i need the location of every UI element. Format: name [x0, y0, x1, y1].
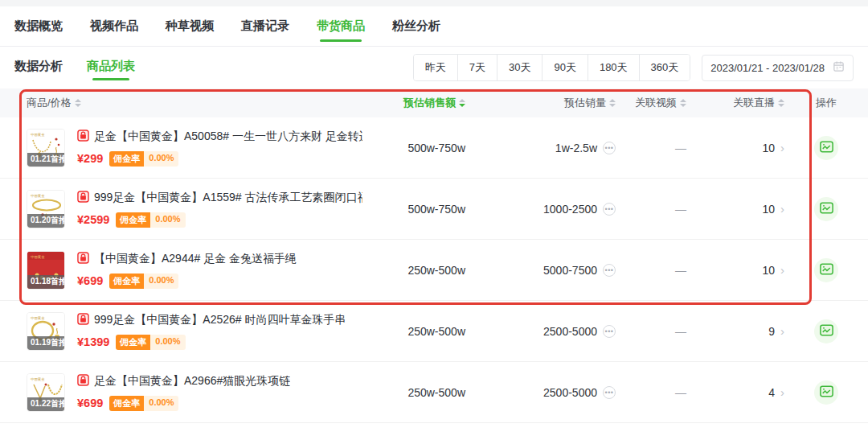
- range-button-90天[interactable]: 90天: [542, 55, 588, 80]
- svg-text:中国黄金: 中国黄金: [31, 255, 45, 259]
- svg-text:中国黄金: 中国黄金: [31, 194, 45, 198]
- svg-text:中国黄金: 中国黄金: [31, 377, 45, 381]
- table-row: 中国黄金 01.19首推 999足金【中国黄金】A2526# 时尚四叶草金珠手串: [0, 301, 868, 362]
- product-thumbnail[interactable]: 中国黄金 01.20首推: [27, 190, 65, 228]
- sort-icon: [75, 99, 81, 107]
- more-icon[interactable]: •••: [603, 264, 616, 277]
- live-record-icon: [819, 384, 834, 401]
- chevron-right-icon: ›: [780, 325, 784, 337]
- shop-tag-icon: [77, 191, 89, 205]
- date-range-value: 2023/01/21 - 2023/01/28: [710, 62, 825, 74]
- first-push-badge: 01.18首推: [27, 275, 65, 289]
- commission-value: 0.00%: [144, 151, 178, 167]
- more-icon[interactable]: •••: [603, 386, 616, 399]
- live-record-icon: [819, 139, 834, 157]
- range-button-30天[interactable]: 30天: [497, 55, 542, 80]
- product-price: ¥699: [77, 274, 103, 287]
- range-button-昨天[interactable]: 昨天: [414, 55, 458, 80]
- tab-带货商品[interactable]: 带货商品: [317, 6, 365, 46]
- subtab-商品列表[interactable]: 商品列表: [87, 54, 135, 82]
- range-button-180天[interactable]: 180天: [588, 55, 640, 80]
- view-live-record-button[interactable]: [814, 136, 838, 160]
- commission-badge: 佣金率 0.00%: [109, 151, 178, 167]
- table-row: 中国黄金 01.20首推 999足金【中国黄金】A1559# 古法传承工艺素圈闭…: [0, 179, 868, 240]
- commission-badge: 佣金率 0.00%: [109, 396, 178, 411]
- range-button-7天[interactable]: 7天: [458, 55, 497, 80]
- product-title[interactable]: 999足金【中国黄金】A1559# 古法传承工艺素圈闭口福牌手镯: [77, 191, 362, 205]
- page-top-strip: [0, 0, 868, 6]
- linked-videos-value: —: [675, 325, 686, 338]
- column-header-linked-videos[interactable]: 关联视频: [635, 96, 686, 110]
- chevron-right-icon: ›: [780, 264, 784, 276]
- commission-label: 佣金率: [109, 151, 144, 167]
- chevron-right-icon: ›: [780, 386, 784, 398]
- column-header-linked-lives[interactable]: 关联直播: [733, 96, 784, 110]
- commission-label: 佣金率: [116, 212, 150, 228]
- commission-value: 0.00%: [150, 335, 185, 350]
- calendar-icon: [833, 60, 845, 75]
- range-button-360天[interactable]: 360天: [640, 55, 690, 80]
- sort-icon: [778, 99, 784, 107]
- tab-种草视频[interactable]: 种草视频: [166, 6, 214, 46]
- live-record-icon: [819, 200, 834, 218]
- commission-badge: 佣金率 0.00%: [109, 274, 178, 289]
- tab-直播记录[interactable]: 直播记录: [241, 6, 289, 46]
- tab-粉丝分析[interactable]: 粉丝分析: [392, 6, 440, 46]
- subtab-数据分析[interactable]: 数据分析: [14, 54, 63, 82]
- commission-value: 0.00%: [144, 274, 178, 289]
- date-range-picker[interactable]: 2023/01/21 - 2023/01/28: [702, 55, 854, 81]
- linked-videos-value: —: [675, 264, 686, 277]
- svg-text:中国黄金: 中国黄金: [31, 133, 45, 137]
- est-volume-value: 2500-5000: [543, 325, 597, 338]
- view-live-record-button[interactable]: [814, 380, 838, 405]
- linked-lives-link[interactable]: 4 ›: [768, 386, 784, 399]
- product-thumbnail[interactable]: 中国黄金 01.22首推: [27, 373, 65, 412]
- product-thumbnail[interactable]: 中国黄金 01.19首推: [27, 312, 65, 351]
- analytics-page: 数据概览视频作品种草视频直播记录带货商品粉丝分析 数据分析商品列表 昨天7天30…: [0, 0, 868, 436]
- commission-value: 0.00%: [150, 212, 185, 228]
- more-icon[interactable]: •••: [603, 203, 616, 216]
- linked-lives-link[interactable]: 10 ›: [762, 264, 784, 277]
- column-header-product[interactable]: 商品/价格: [27, 96, 81, 110]
- est-sales-value: 250w-500w: [407, 386, 465, 399]
- more-icon[interactable]: •••: [603, 325, 616, 338]
- sort-icon: [609, 99, 616, 107]
- column-header-actions: 操作: [816, 96, 837, 110]
- linked-lives-link[interactable]: 9 ›: [768, 325, 784, 338]
- est-volume-value: 1000-2500: [543, 203, 597, 216]
- product-title[interactable]: 足金【中国黄金】A50058# 一生一世八方来财 足金转运珠: [77, 130, 362, 144]
- product-title[interactable]: 足金【中国黄金】A2966#猫眼光珠项链: [77, 374, 290, 389]
- view-live-record-button[interactable]: [814, 258, 838, 282]
- view-live-record-button[interactable]: [814, 319, 838, 343]
- est-volume-value: 5000-7500: [543, 264, 597, 277]
- linked-lives-link[interactable]: 10 ›: [762, 203, 784, 216]
- tab-数据概览[interactable]: 数据概览: [14, 6, 63, 46]
- commission-badge: 佣金率 0.00%: [116, 212, 185, 228]
- shop-tag-icon: [77, 313, 89, 327]
- column-header-est-sales[interactable]: 预估销售额: [403, 96, 465, 110]
- sort-icon: [680, 99, 686, 107]
- product-title[interactable]: 999足金【中国黄金】A2526# 时尚四叶草金珠手串: [77, 313, 346, 327]
- product-title-text: 999足金【中国黄金】A2526# 时尚四叶草金珠手串: [94, 313, 346, 327]
- linked-videos-value: —: [675, 203, 686, 216]
- more-icon[interactable]: •••: [603, 142, 616, 154]
- sort-icon: [459, 99, 465, 107]
- column-header-est-volume[interactable]: 预估销量: [564, 96, 616, 110]
- shop-tag-icon: [77, 374, 89, 389]
- tab-视频作品[interactable]: 视频作品: [90, 6, 138, 46]
- est-sales-value: 250w-500w: [407, 264, 465, 277]
- commission-value: 0.00%: [144, 396, 178, 411]
- product-title[interactable]: 【中国黄金】A2944# 足金 金兔送福手绳: [77, 252, 297, 266]
- linked-lives-value: 10: [762, 264, 775, 277]
- shop-tag-icon: [77, 252, 89, 266]
- linked-lives-value: 9: [768, 325, 775, 338]
- product-price: ¥699: [77, 397, 103, 409]
- linked-lives-link[interactable]: 10 ›: [762, 142, 784, 154]
- view-live-record-button[interactable]: [814, 197, 838, 221]
- table-row: 中国黄金 01.22首推 足金【中国黄金】A2966#猫眼光珠项链 ¥699: [0, 362, 868, 423]
- live-record-icon: [819, 261, 834, 279]
- product-thumbnail[interactable]: 中国黄金 01.18首推: [27, 251, 65, 290]
- product-thumbnail[interactable]: 中国黄金 01.21首推: [27, 129, 65, 167]
- chevron-right-icon: ›: [780, 142, 784, 154]
- nav-tab-label: 带货商品: [317, 19, 365, 34]
